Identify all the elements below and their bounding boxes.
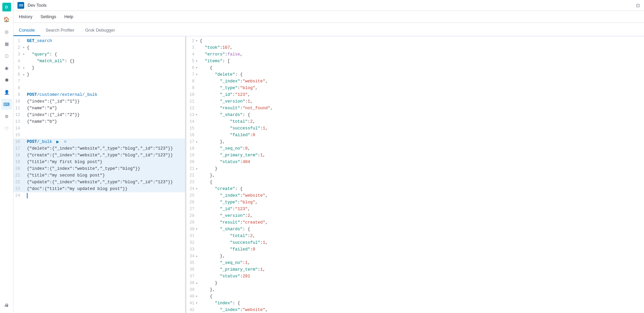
out-line-29: 29 "result" : "created",	[186, 219, 644, 226]
run-button[interactable]: ▶	[55, 139, 61, 145]
app-title: Dev Tools	[28, 3, 47, 8]
code-line-17: 17 {"delete":{"_index":"website","_type"…	[13, 145, 185, 152]
out-line-37: 37 "status" : 201	[186, 273, 644, 280]
out-line-39: 39 },	[186, 286, 644, 293]
out-line-36: 36 "_primary_term" : 1,	[186, 266, 644, 273]
out-line-32: 32 "successful" : 1,	[186, 239, 644, 246]
out-line-5: 5 ▾ "items" : [	[186, 58, 644, 65]
out-line-8: 8 "_index" : "website",	[186, 78, 644, 85]
out-line-30: 30 ▾ "_shards" : {	[186, 226, 644, 233]
code-line-11: 11 {"name":"a"}	[13, 105, 185, 112]
out-line-42: 42 "_index" : "website",	[186, 307, 644, 313]
out-line-38: 38 ▴ }	[186, 280, 644, 286]
sidebar-item-monitoring[interactable]: ♡	[1, 123, 12, 134]
tabs-bar: Console Search Profiler Grok Debugger	[13, 23, 644, 36]
right-code-output: 2 ▾ { 3 "took" : 167, 4 "errors" : false…	[186, 36, 644, 313]
code-line-12: 12 {"index":{"_id":"2"}}	[13, 112, 185, 118]
out-line-41: 41 ▾ "index" : {	[186, 300, 644, 307]
navbar: History Settings Help	[13, 11, 644, 23]
out-line-19: 19 "_primary_term" : 1,	[186, 152, 644, 159]
sidebar-item-canvas[interactable]: ⬡	[1, 50, 12, 61]
nav-help[interactable]: Help	[64, 13, 73, 21]
code-line-6: 6 ▴ }	[13, 71, 185, 78]
code-line-20: 20 {"index":{"_index":"website","_type":…	[13, 165, 185, 172]
code-line-16: 16 POST /_bulk ▶ ⌗	[13, 139, 185, 145]
tab-console[interactable]: Console	[13, 25, 40, 36]
code-line-10: 10 {"index":{"_id":"1"}}	[13, 98, 185, 105]
out-line-2: 2 ▾ {	[186, 38, 644, 44]
code-line-23: 23 {"doc":{"title":"my updated blog post…	[13, 186, 185, 192]
sidebar-item-user[interactable]: 👤	[1, 87, 12, 97]
out-line-14: 14 "total" : 2,	[186, 118, 644, 125]
topbar: ⌨ Dev Tools ⊡	[13, 0, 644, 11]
left-editor-pane[interactable]: 1 GET _search 2 ▾ { 3 ▾ "query": {	[13, 36, 186, 313]
code-line-19: 19 {"title":"my first blog post"}	[13, 159, 185, 165]
out-line-18: 18 "_seq_no" : 0,	[186, 145, 644, 152]
sidebar: D 🏠 ◎ ▦ ⬡ ◉ ⬢ 👤 ⌨ ⚙ ♡ ⚙	[0, 0, 13, 313]
code-line-13: 13 {"name":"b"}	[13, 118, 185, 125]
code-line-22: 22 {"update":{"_index":"website","_type"…	[13, 179, 185, 186]
out-line-4: 4 "errors" : false,	[186, 51, 644, 58]
out-line-13: 13 ▾ "_shards" : {	[186, 112, 644, 118]
right-output-pane: 2 ▾ { 3 "took" : 167, 4 "errors" : false…	[186, 36, 644, 313]
window-control[interactable]: ⊡	[636, 3, 640, 8]
out-line-12: 12 "result" : "not_found",	[186, 105, 644, 112]
out-line-17: 17 ▴ },	[186, 139, 644, 145]
out-line-11: 11 "_version" : 1,	[186, 98, 644, 105]
devtools-icon: ⌨	[17, 2, 24, 9]
tab-grok-debugger[interactable]: Grok Debugger	[80, 25, 121, 36]
sidebar-item-maps[interactable]: ◉	[1, 63, 12, 73]
code-line-24[interactable]: 24	[13, 192, 185, 199]
code-line-21: 21 {"title":"my second blog post"}	[13, 172, 185, 179]
code-line-4: 4 "match_all": {}	[13, 58, 185, 65]
copy-as-curl-button[interactable]: ⌗	[62, 139, 68, 145]
sidebar-item-dashboard[interactable]: ▦	[1, 38, 12, 49]
nav-settings[interactable]: Settings	[40, 13, 56, 21]
out-line-20: 20 "status" : 404	[186, 159, 644, 165]
resize-handle[interactable]	[184, 36, 185, 313]
out-line-35: 35 "_seq_no" : 1,	[186, 260, 644, 266]
code-line-8: 8	[13, 85, 185, 91]
out-line-40: 40 ▾ {	[186, 293, 644, 300]
out-line-21: 21 ▴ }	[186, 165, 644, 172]
code-line-18: 18 {"create":{"_index":"website","_type"…	[13, 152, 185, 159]
code-line-3: 3 ▾ "query": {	[13, 51, 185, 58]
code-line-15: 15	[13, 132, 185, 139]
out-line-22: 22 },	[186, 172, 644, 179]
cursor-caret	[27, 193, 28, 198]
code-line-14: 14	[13, 125, 185, 132]
code-line-7: 7	[13, 78, 185, 85]
out-line-3: 3 "took" : 167,	[186, 44, 644, 51]
out-line-31: 31 "total" : 2,	[186, 233, 644, 239]
terminal-icon[interactable]: ⇒	[4, 303, 8, 309]
out-line-25: 25 "_index" : "website",	[186, 192, 644, 199]
out-line-10: 10 "_id" : "123",	[186, 91, 644, 98]
code-line-2: 2 ▾ {	[13, 44, 185, 51]
out-line-34: 34 ▴ },	[186, 253, 644, 260]
out-line-23: 23 {	[186, 179, 644, 186]
out-line-28: 28 "_version" : 2,	[186, 212, 644, 219]
code-line-9: 9 POST /customer/external/_bulk	[13, 91, 185, 98]
out-line-7: 7 ▾ "delete" : {	[186, 71, 644, 78]
out-line-15: 15 "successful" : 1,	[186, 125, 644, 132]
left-code-editor: 1 GET _search 2 ▾ { 3 ▾ "query": {	[13, 36, 185, 200]
out-line-6: 6 ▾ {	[186, 65, 644, 71]
sidebar-item-devtools[interactable]: ⌨	[1, 99, 12, 110]
out-line-24: 24 ▾ "create" : {	[186, 186, 644, 192]
sidebar-item-ml[interactable]: ⚙	[1, 111, 12, 122]
tab-search-profiler[interactable]: Search Profiler	[40, 25, 80, 36]
out-line-27: 27 "_id" : "123",	[186, 206, 644, 212]
code-line-1: 1 GET _search	[13, 38, 185, 44]
out-line-26: 26 "_type" : "blog",	[186, 199, 644, 206]
out-line-16: 16 "failed" : 0	[186, 132, 644, 139]
out-line-9: 9 "_type" : "blog",	[186, 85, 644, 91]
sidebar-item-home[interactable]: 🏠	[1, 14, 12, 25]
nav-history[interactable]: History	[19, 13, 32, 21]
sidebar-item-discover[interactable]: ◎	[1, 26, 12, 37]
sidebar-item-graph[interactable]: ⬢	[1, 75, 12, 85]
out-line-33: 33 "failed" : 0	[186, 246, 644, 253]
app-logo[interactable]: D	[2, 3, 11, 11]
code-line-5: 5 ▴ }	[13, 65, 185, 71]
editor-area: 1 GET _search 2 ▾ { 3 ▾ "query": {	[13, 36, 644, 313]
